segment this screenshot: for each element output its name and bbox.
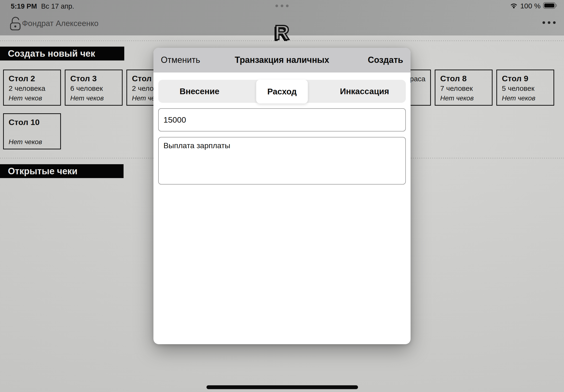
section-header-open-checks: Открытые чеки <box>0 164 124 178</box>
table-status: Нет чеков <box>9 94 42 102</box>
table-card-10[interactable]: Стол 10 Нет чеков <box>3 113 61 149</box>
more-menu-button[interactable] <box>542 21 556 24</box>
venue-name: Фондрат Алексеенко <box>22 19 98 28</box>
battery-percent: 100 % <box>520 2 541 10</box>
transaction-type-segmented-control: Внесение Расход Инкассация <box>158 80 406 103</box>
tab-deposit[interactable]: Внесение <box>158 80 241 103</box>
table-status: Нет чеков <box>70 94 104 102</box>
table-capacity: 2 человека <box>9 84 60 93</box>
home-indicator[interactable] <box>206 385 358 389</box>
top-bar: 5:19 PM Вс 17 апр. 100 % <box>0 0 564 35</box>
modal-header: Отменить Транзакция наличных Создать <box>153 48 411 72</box>
date: Вс 17 апр. <box>41 2 74 10</box>
app-logo: R <box>275 22 289 42</box>
section-header-create-check: Создать новый чек <box>0 47 124 60</box>
table-capacity: 5 человек <box>502 84 553 93</box>
status-bar: 5:19 PM Вс 17 апр. 100 % <box>0 0 564 12</box>
table-card-2[interactable]: Стол 2 2 человека Нет чеков <box>3 70 61 106</box>
tab-deposit-label: Внесение <box>179 86 219 96</box>
table-card-8[interactable]: Стол 8 7 человек Нет чеков <box>435 70 493 106</box>
table-capacity: 6 человек <box>70 84 122 93</box>
table-card-9[interactable]: Стол 9 5 человек Нет чеков <box>496 70 554 106</box>
cash-transaction-modal: Отменить Транзакция наличных Создать Вне… <box>153 48 411 344</box>
create-button[interactable]: Создать <box>368 55 403 65</box>
clock: 5:19 PM <box>11 2 37 10</box>
table-name: Стол 9 <box>502 74 553 83</box>
table-name: Стол 2 <box>9 74 60 83</box>
comment-input[interactable]: Выплата зарплаты <box>158 137 406 184</box>
modal-title: Транзакция наличных <box>235 55 329 65</box>
table-status: Нет чеков <box>9 138 42 146</box>
table-card-3[interactable]: Стол 3 6 человек Нет чеков <box>65 70 123 106</box>
wifi-icon <box>510 2 518 10</box>
nav-bar: Фондрат Алексеенко R <box>0 12 564 35</box>
tab-expense[interactable]: Расход <box>241 80 323 103</box>
amount-input[interactable] <box>158 108 406 131</box>
screen: Создать новый чек Стол 2 2 человека Нет … <box>0 0 564 392</box>
cancel-button[interactable]: Отменить <box>161 55 200 65</box>
table-status: Нет чеков <box>440 94 474 102</box>
tab-collection[interactable]: Инкассация <box>323 80 406 103</box>
table-name: Стол 10 <box>9 117 60 127</box>
modal-body: Внесение Расход Инкассация Выплата зарпл… <box>153 80 411 184</box>
unlock-icon[interactable] <box>9 16 22 31</box>
table-name: Стол 8 <box>440 74 492 83</box>
tab-expense-label: Расход <box>267 87 297 96</box>
table-capacity: 7 человек <box>440 84 492 93</box>
tab-collection-label: Инкассация <box>340 86 389 96</box>
battery-icon <box>543 2 557 10</box>
tab-expense-selected-pill: Расход <box>256 80 308 103</box>
multitasking-dots-icon <box>275 4 289 7</box>
table-name: Стол 3 <box>70 74 122 83</box>
table-status: Нет чеков <box>502 94 535 102</box>
